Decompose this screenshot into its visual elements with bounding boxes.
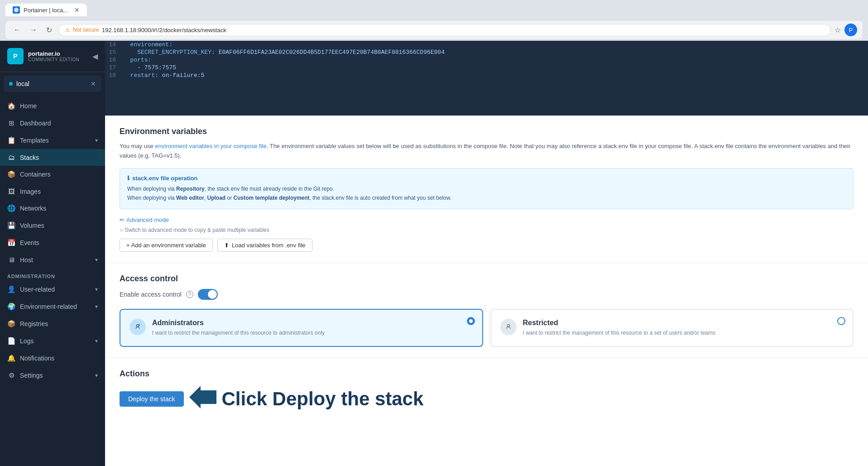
svg-point-0 (14, 8, 19, 12)
info-box-line2: When deploying via Web editor, Upload or… (127, 193, 846, 202)
access-control-help-icon[interactable]: ? (186, 291, 193, 298)
sidebar-logo: P portainer.io COMMUNITY EDITION ◀ (0, 41, 105, 72)
enable-ac-label: Enable access control (120, 291, 182, 298)
administrators-radio[interactable] (467, 317, 475, 325)
sidebar-item-label-environment-related: Environment-related (20, 303, 91, 310)
line-num-17: 17 (105, 64, 123, 71)
info-box-line1: When deploying via Repository, the stack… (127, 184, 846, 193)
env-desc-start: You may use (120, 143, 155, 149)
toggle-knob (208, 290, 217, 299)
sidebar-item-home[interactable]: 🏠 Home (0, 97, 105, 115)
volumes-icon: 💾 (7, 221, 15, 230)
chevron-down-icon: ▾ (95, 137, 98, 144)
upload-icon: ⬆ (224, 242, 229, 249)
sidebar-item-dashboard[interactable]: ⊞ Dashboard (0, 115, 105, 132)
browser-tab-active[interactable]: Portainer | loca... ✕ (5, 4, 87, 16)
restricted-card[interactable]: Restricted I want to restrict the manage… (490, 309, 854, 347)
home-icon: 🏠 (7, 102, 15, 110)
sidebar-item-containers[interactable]: 📦 Containers (0, 166, 105, 183)
tab-close-button[interactable]: ✕ (74, 6, 80, 14)
sidebar-item-environment-related[interactable]: 🌍 Environment-related ▾ (0, 298, 105, 315)
restricted-icon (500, 319, 517, 335)
sidebar-collapse-button[interactable]: ◀ (92, 52, 98, 61)
settings-icon: ⚙ (7, 371, 15, 380)
sidebar-item-notifications[interactable]: 🔔 Notifications (0, 350, 105, 367)
code-editor: 14 environment: 15 SECRET_ENCRYPTION_KEY… (105, 41, 868, 116)
chevron-down-icon-env: ▾ (95, 303, 98, 310)
access-control-toggle[interactable] (198, 289, 218, 300)
info-line2-end: , the stack.env file is auto created fro… (310, 195, 452, 201)
stacks-icon: 🗂 (7, 154, 15, 161)
user-profile-icon[interactable]: P (844, 24, 857, 36)
administrators-card[interactable]: Administrators I want to restrict the ma… (120, 309, 483, 347)
info-line1-end: , the stack.env file must already reside… (205, 186, 334, 192)
sidebar-nav: 🏠 Home ⊞ Dashboard 📋 Templates ▾ 🗂 Stack… (0, 96, 105, 466)
address-bar[interactable]: ⚠ Not secure 192.168.1.18:9000/#!/2/dock… (58, 24, 831, 36)
line-content-14: environment: (123, 41, 868, 48)
sidebar-item-events[interactable]: 📅 Events (0, 234, 105, 251)
info-line2-sep1: , (204, 195, 207, 201)
images-icon: 🖼 (7, 187, 15, 195)
env-desc-link[interactable]: environment variables in your compose fi… (155, 143, 266, 149)
line-num-14: 14 (105, 41, 123, 48)
sidebar-item-registries[interactable]: 📦 Registries (0, 315, 105, 332)
logs-icon: 📄 (7, 337, 15, 345)
forward-button[interactable]: → (27, 25, 40, 35)
host-icon: 🖥 (7, 256, 15, 264)
access-control-section: Access control Enable access control ? (105, 263, 868, 358)
code-line-18: 18 restart: on-failure:5 (105, 72, 868, 79)
sidebar-item-label-notifications: Notifications (20, 355, 98, 362)
add-env-var-button[interactable]: + Add an environment variable (120, 239, 213, 252)
restricted-card-desc: I want to restrict the management of thi… (523, 329, 716, 337)
tab-favicon (13, 6, 20, 14)
logo-sub: COMMUNITY EDITION (28, 57, 79, 62)
sidebar-item-stacks[interactable]: 🗂 Stacks (0, 149, 105, 166)
not-secure-icon: ⚠ (65, 27, 70, 33)
bookmark-icon[interactable]: ☆ (834, 26, 841, 34)
reload-button[interactable]: ↻ (43, 25, 55, 35)
sidebar-item-settings[interactable]: ⚙ Settings ▾ (0, 367, 105, 384)
advanced-mode-link[interactable]: ✏ Advanced mode (120, 216, 169, 223)
sidebar-item-label-logs: Logs (20, 337, 91, 345)
restricted-radio[interactable] (837, 317, 845, 325)
sidebar-item-label-settings: Settings (20, 372, 91, 379)
sidebar-item-user-related[interactable]: 👤 User-related ▾ (0, 281, 105, 298)
back-button[interactable]: ← (11, 25, 24, 35)
svg-marker-7 (189, 386, 216, 408)
administrators-icon (129, 319, 146, 335)
edit-icon: ✏ (120, 216, 125, 223)
sidebar-item-logs[interactable]: 📄 Logs ▾ (0, 332, 105, 350)
not-secure-label: Not secure (73, 27, 99, 33)
main-content: 14 environment: 15 SECRET_ENCRYPTION_KEY… (105, 41, 868, 466)
deploy-stack-button[interactable]: Deploy the stack (120, 391, 184, 407)
sidebar-item-label-stacks: Stacks (20, 154, 98, 161)
tab-title: Portainer | loca... (24, 7, 68, 14)
environment-close-button[interactable]: ✕ (91, 80, 96, 87)
administrators-card-desc: I want to restrict the management of thi… (152, 329, 325, 337)
env-variables-section: Environment variables You may use enviro… (105, 116, 868, 263)
restricted-card-title: Restricted (523, 319, 716, 327)
registries-icon: 📦 (7, 320, 15, 328)
info-box-title-text: stack.env file operation (132, 175, 198, 182)
load-env-label: Load variables from .env file (232, 242, 306, 249)
deploy-annotation: Deploy the stack Click Deploy the stack (120, 386, 423, 412)
user-related-icon: 👤 (7, 285, 15, 293)
sidebar-item-templates[interactable]: 📋 Templates ▾ (0, 132, 105, 149)
content-body: 14 environment: 15 SECRET_ENCRYPTION_KEY… (105, 41, 868, 430)
sidebar-item-host[interactable]: 🖥 Host ▾ (0, 251, 105, 268)
load-env-button[interactable]: ⬆ Load variables from .env file (217, 239, 312, 252)
sidebar-item-volumes[interactable]: 💾 Volumes (0, 217, 105, 234)
annotation-text: Click Deploy the stack (222, 388, 424, 410)
env-section-title: Environment variables (120, 127, 854, 136)
sidebar-item-label-templates: Templates (20, 137, 91, 144)
chevron-down-icon-settings: ▾ (95, 372, 98, 379)
notifications-icon: 🔔 (7, 354, 15, 362)
app-container: P portainer.io COMMUNITY EDITION ◀ local… (0, 41, 868, 466)
sidebar-item-label-images: Images (20, 188, 98, 195)
chevron-down-icon-host: ▾ (95, 257, 98, 263)
environment-selector[interactable]: local ✕ (4, 76, 101, 92)
info-line2-bold3: Custom template deployment (234, 195, 310, 201)
sidebar-item-images[interactable]: 🖼 Images (0, 183, 105, 200)
environment-status-dot (9, 82, 13, 86)
sidebar-item-networks[interactable]: 🌐 Networks (0, 200, 105, 217)
